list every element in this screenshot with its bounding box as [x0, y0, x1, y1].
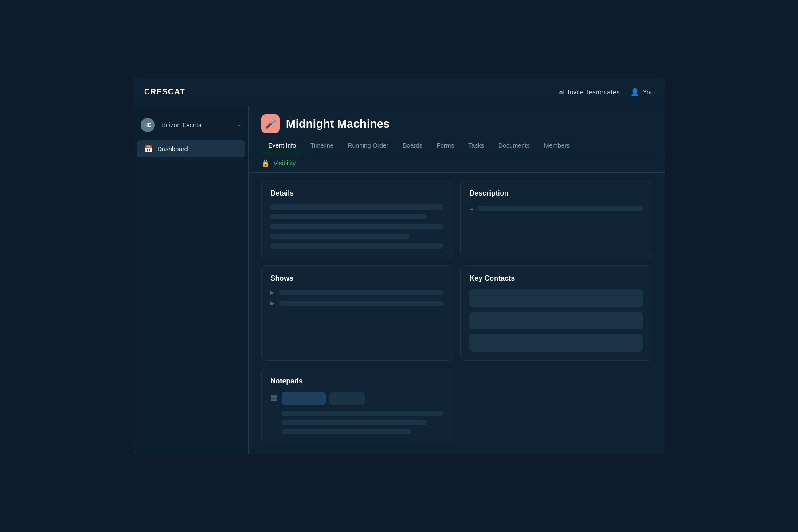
- notepad-content: [282, 392, 444, 434]
- key-contacts-card: Key Contacts: [460, 265, 652, 361]
- details-card: Details: [261, 180, 453, 258]
- skeleton-bar: [270, 214, 426, 219]
- user-icon: 👤: [630, 88, 639, 96]
- skeleton-bar: [270, 224, 444, 229]
- description-card: Description ≡: [460, 180, 652, 258]
- invite-label: Invite Teammates: [567, 88, 619, 96]
- sidebar-item-dashboard[interactable]: 📅 Dashboard: [137, 140, 245, 157]
- visibility-bar: 🔒 Visibility: [249, 153, 665, 173]
- skeleton-bar: [282, 420, 427, 425]
- skeleton-bar: [270, 204, 444, 210]
- user-label: You: [643, 88, 654, 96]
- cards-grid: Details Description ≡: [249, 173, 665, 454]
- tab-timeline[interactable]: Timeline: [303, 138, 340, 153]
- tab-tasks[interactable]: Tasks: [461, 138, 491, 153]
- show-row: ▶: [270, 300, 444, 306]
- skeleton-bar: [469, 289, 643, 307]
- notepad-tab-active[interactable]: [282, 392, 326, 405]
- nav-tabs: Event Info Timeline Running Order Boards…: [249, 133, 665, 153]
- shows-title: Shows: [270, 274, 444, 282]
- skeleton-bar: [270, 243, 444, 249]
- sidebar-item-label: Dashboard: [157, 145, 188, 153]
- org-name: Horizon Events: [159, 121, 232, 129]
- content-area: 🎤 Midnight Machines Event Info Timeline …: [249, 106, 665, 454]
- play-icon: ▶: [270, 300, 274, 306]
- org-selector[interactable]: HE Horizon Events ⌄: [133, 113, 248, 137]
- skeleton-bar: [270, 234, 409, 239]
- notepad-tabs: [282, 392, 444, 405]
- notepad-tab-inactive[interactable]: [329, 392, 365, 405]
- tab-event-info[interactable]: Event Info: [261, 138, 303, 153]
- shows-card: Shows ▶ ▶: [261, 265, 453, 361]
- event-title: Midnight Machines: [286, 117, 390, 131]
- tab-documents[interactable]: Documents: [491, 138, 537, 153]
- skeleton-bar: [282, 411, 444, 416]
- chevron-down-icon: ⌄: [237, 122, 241, 128]
- menu-lines-icon: ≡: [469, 204, 473, 212]
- visibility-label: Visibility: [274, 160, 296, 167]
- notepads-title: Notepads: [270, 377, 444, 385]
- show-row: ▶: [270, 289, 444, 296]
- skeleton-bar: [469, 312, 643, 329]
- user-button[interactable]: 👤 You: [630, 88, 654, 96]
- notepads-card: Notepads ▤: [261, 368, 453, 443]
- tab-forms[interactable]: Forms: [430, 138, 462, 153]
- calendar-icon: 📅: [144, 145, 153, 153]
- app-container: CRESCAT ✉ Invite Teammates 👤 You HE Hori…: [133, 78, 665, 454]
- details-title: Details: [270, 189, 444, 197]
- lock-icon: 🔒: [261, 159, 270, 167]
- skeleton-bar: [282, 429, 411, 434]
- key-contacts-title: Key Contacts: [469, 274, 643, 282]
- mail-icon: ✉: [558, 88, 564, 96]
- skeleton-bar: [469, 334, 643, 352]
- top-header: CRESCAT ✉ Invite Teammates 👤 You: [133, 78, 665, 106]
- org-avatar: HE: [141, 118, 155, 132]
- main-layout: HE Horizon Events ⌄ 📅 Dashboard 🎤 Midnig…: [133, 106, 665, 454]
- invite-teammates-button[interactable]: ✉ Invite Teammates: [558, 88, 619, 96]
- microphone-icon: 🎤: [265, 118, 276, 129]
- notepad-icon: ▤: [270, 393, 277, 402]
- event-header: 🎤 Midnight Machines: [249, 106, 665, 133]
- play-icon: ▶: [270, 289, 274, 296]
- header-actions: ✉ Invite Teammates 👤 You: [558, 88, 654, 96]
- notepad-row: ▤: [270, 392, 444, 434]
- sidebar: HE Horizon Events ⌄ 📅 Dashboard: [133, 106, 249, 454]
- description-title: Description: [469, 189, 643, 197]
- tab-members[interactable]: Members: [537, 138, 577, 153]
- brand-name: CRESCAT: [144, 87, 185, 97]
- description-row: ≡: [469, 204, 643, 212]
- tab-boards[interactable]: Boards: [395, 138, 429, 153]
- event-icon: 🎤: [261, 114, 280, 133]
- tab-running-order[interactable]: Running Order: [340, 138, 395, 153]
